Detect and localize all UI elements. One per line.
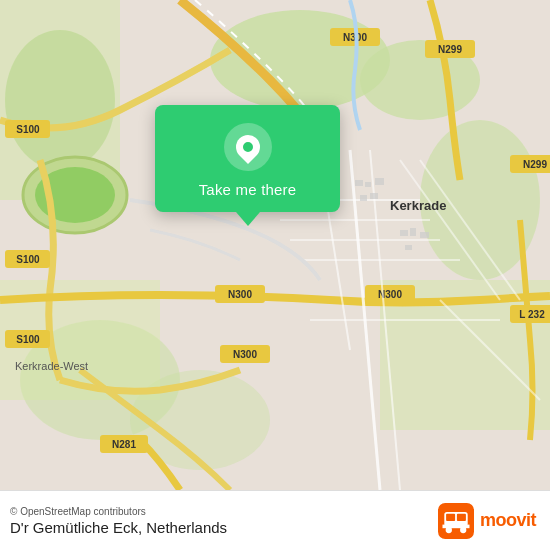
svg-rect-51 — [360, 195, 367, 201]
svg-rect-59 — [446, 513, 455, 520]
svg-rect-63 — [442, 524, 469, 528]
place-name: D'r Gemütliche Eck, Netherlands — [10, 519, 227, 536]
place-info: © OpenStreetMap contributors D'r Gemütli… — [10, 506, 227, 536]
svg-rect-55 — [420, 232, 429, 238]
svg-text:N300: N300 — [228, 289, 252, 300]
svg-text:Kerkrade-West: Kerkrade-West — [15, 360, 88, 372]
moovit-bus-icon — [438, 503, 474, 539]
svg-rect-50 — [375, 178, 384, 185]
svg-rect-52 — [370, 193, 378, 199]
osm-attribution: © OpenStreetMap contributors — [10, 506, 227, 517]
svg-text:L 232: L 232 — [519, 309, 545, 320]
svg-rect-49 — [365, 182, 371, 187]
pin-icon-wrapper — [224, 123, 272, 171]
bottom-bar: © OpenStreetMap contributors D'r Gemütli… — [0, 490, 550, 550]
svg-text:Kerkrade: Kerkrade — [390, 198, 446, 213]
map-area[interactable]: N300 N300 N300 N299 N300 N299 L 232 S100… — [0, 0, 550, 490]
svg-text:N300: N300 — [233, 349, 257, 360]
moovit-logo: moovit — [438, 503, 536, 539]
location-popup[interactable]: Take me there — [155, 105, 340, 212]
svg-rect-53 — [400, 230, 408, 236]
svg-text:S100: S100 — [16, 124, 40, 135]
moovit-brand-name: moovit — [480, 510, 536, 531]
location-pin-icon — [231, 130, 265, 164]
svg-text:S100: S100 — [16, 334, 40, 345]
svg-point-4 — [5, 30, 115, 170]
svg-point-1 — [210, 10, 390, 110]
svg-text:N299: N299 — [523, 159, 547, 170]
svg-rect-60 — [457, 513, 466, 520]
svg-rect-48 — [355, 180, 363, 186]
svg-rect-54 — [410, 228, 416, 236]
svg-text:S100: S100 — [16, 254, 40, 265]
svg-rect-56 — [405, 245, 412, 250]
svg-text:N281: N281 — [112, 439, 136, 450]
svg-text:N299: N299 — [438, 44, 462, 55]
take-me-there-button[interactable]: Take me there — [199, 181, 297, 198]
